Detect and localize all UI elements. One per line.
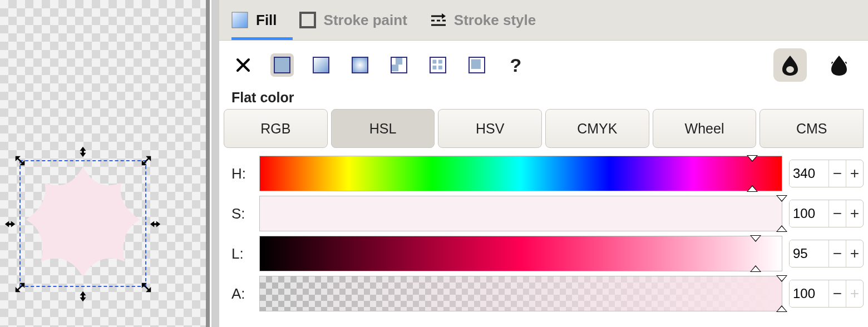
drop-solid-icon [828, 54, 850, 76]
alpha-decrement[interactable]: − [828, 280, 846, 307]
swatch-icon [468, 57, 485, 73]
tab-fill[interactable]: Fill [231, 0, 277, 40]
paint-unknown-button[interactable]: ? [504, 53, 527, 77]
hue-label: H: [231, 165, 253, 182]
resize-handle-sw[interactable] [14, 281, 26, 294]
paint-mesh-gradient-button[interactable] [426, 53, 450, 77]
slider-thumb-icon [750, 265, 761, 272]
flat-color-icon [274, 57, 290, 73]
stroke-paint-tab-icon [299, 12, 316, 28]
active-tab-underline [231, 37, 293, 40]
lightness-decrement[interactable]: − [828, 240, 846, 267]
alpha-label: A: [231, 285, 253, 303]
saturation-slider[interactable] [259, 196, 782, 231]
color-mode-hsv[interactable]: HSV [438, 109, 542, 148]
lightness-increment[interactable]: + [846, 240, 863, 267]
slider-thumb-icon [776, 275, 787, 282]
hue-slider[interactable] [259, 156, 782, 191]
tab-stroke-paint-label: Stroke paint [324, 12, 407, 29]
saturation-row: S: − + [231, 194, 864, 234]
stroke-style-tab-icon [430, 12, 446, 28]
hue-decrement[interactable]: − [828, 160, 846, 187]
slider-thumb-icon [776, 225, 787, 232]
svg-rect-13 [471, 60, 481, 69]
svg-rect-12 [438, 66, 442, 70]
fill-tab-icon [231, 12, 248, 28]
slider-thumb-icon [747, 155, 758, 162]
resize-handle-ne[interactable] [140, 155, 152, 167]
saturation-label: S: [231, 205, 253, 222]
resize-handle-nw[interactable] [14, 155, 26, 167]
hue-increment[interactable]: + [846, 160, 863, 187]
paint-none-button[interactable] [231, 53, 255, 77]
paint-radial-gradient-button[interactable] [348, 53, 372, 77]
saturation-spin: − + [789, 200, 864, 227]
hue-row: H: − + [231, 153, 864, 194]
alpha-row: A: − + [231, 274, 864, 314]
svg-rect-9 [432, 60, 436, 63]
svg-rect-1 [300, 13, 315, 27]
hue-spin: − + [789, 160, 864, 187]
hole-even-odd-button[interactable] [773, 48, 807, 82]
alpha-spin: − + [789, 280, 864, 308]
canvas[interactable] [0, 0, 206, 327]
svg-rect-11 [432, 66, 436, 70]
resize-handle-n[interactable] [77, 146, 89, 158]
svg-rect-0 [232, 12, 248, 28]
saturation-input[interactable] [790, 200, 828, 227]
svg-rect-10 [438, 60, 442, 63]
paint-type-label: Flat color [219, 87, 868, 109]
slider-thumb-icon [776, 305, 787, 312]
paint-pattern-button[interactable] [387, 53, 411, 77]
panel-divider [206, 0, 219, 327]
radial-gradient-icon [352, 57, 368, 73]
mesh-gradient-icon [430, 57, 446, 73]
lightness-input[interactable] [790, 240, 828, 267]
slider-thumb-icon [750, 235, 761, 242]
alpha-slider[interactable] [259, 276, 782, 311]
color-mode-tabs: RGB HSL HSV CMYK Wheel CMS [224, 109, 864, 148]
fill-stroke-panel: Fill Stroke paint [219, 0, 868, 327]
color-mode-cms[interactable]: CMS [760, 109, 864, 148]
resize-handle-w[interactable] [4, 218, 16, 230]
color-mode-hsl[interactable]: HSL [331, 109, 435, 148]
hue-input[interactable] [790, 160, 828, 187]
color-mode-cmyk[interactable]: CMYK [545, 109, 649, 148]
question-icon: ? [510, 54, 522, 76]
tab-stroke-style[interactable]: Stroke style [430, 0, 536, 40]
slider-thumb-icon [776, 195, 787, 202]
resize-handle-e[interactable] [149, 218, 161, 230]
paint-type-toolbar: ? [219, 41, 868, 87]
svg-point-14 [786, 66, 794, 73]
linear-gradient-icon [313, 57, 329, 73]
lightness-label: L: [231, 245, 253, 262]
drop-hole-icon [779, 54, 801, 76]
lightness-slider[interactable] [259, 236, 782, 271]
color-mode-rgb[interactable]: RGB [224, 109, 328, 148]
pattern-icon [391, 57, 407, 73]
hsl-sliders: H: − + S: − [219, 148, 868, 314]
panel-tabs: Fill Stroke paint [219, 0, 868, 41]
tab-fill-label: Fill [256, 12, 277, 29]
resize-handle-se[interactable] [140, 281, 152, 294]
paint-flat-button[interactable] [270, 53, 294, 77]
svg-rect-7 [396, 58, 402, 65]
color-mode-wheel[interactable]: Wheel [653, 109, 757, 148]
selection-bounding-box [19, 160, 146, 287]
slider-thumb-icon [747, 185, 758, 192]
saturation-decrement[interactable]: − [828, 200, 846, 227]
lightness-spin: − + [789, 240, 864, 267]
alpha-increment[interactable]: + [846, 280, 863, 307]
resize-handle-s[interactable] [77, 290, 89, 303]
saturation-increment[interactable]: + [846, 200, 863, 227]
paint-linear-gradient-button[interactable] [309, 53, 333, 77]
hole-nonzero-button[interactable] [822, 48, 856, 82]
tab-stroke-style-label: Stroke style [454, 12, 536, 29]
lightness-row: L: − + [231, 234, 864, 274]
app-root: Fill Stroke paint [0, 0, 868, 327]
paint-swatch-button[interactable] [465, 53, 489, 77]
svg-rect-8 [392, 65, 398, 71]
alpha-input[interactable] [790, 280, 828, 307]
tab-stroke-paint[interactable]: Stroke paint [299, 0, 407, 40]
x-icon [235, 57, 251, 73]
